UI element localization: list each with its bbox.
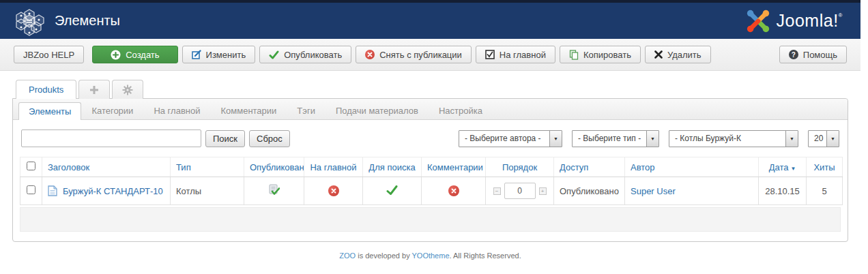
tab-produkts[interactable]: Produkts [16,80,76,99]
app-tabs: Produkts [12,80,848,99]
joomla-logo-text: Joomla!® [777,11,843,31]
chevron-down-icon: ▼ [549,131,562,147]
subtab-config[interactable]: Настройка [429,102,493,119]
app-settings-tab[interactable] [112,80,143,99]
checkbox-checked-icon [485,50,495,59]
select-all-checkbox[interactable] [27,162,35,170]
page-title: Элементы [55,13,120,29]
item-hits: 5 [807,177,843,205]
item-date: 28.10.15 [759,177,807,205]
green-check-icon [269,50,279,59]
create-button[interactable]: Создать [92,46,177,63]
plus-circle-icon [111,50,121,60]
items-panel: Элементы Категории На главной Комментари… [12,98,848,242]
sort-published[interactable]: Опубликовано [250,162,304,172]
limit-select[interactable]: 20 ▼ [808,130,839,147]
subtabs: Элементы Категории На главной Комментари… [13,99,848,120]
item-access: Опубликовано [554,177,625,205]
frontpage-button[interactable]: На главной [476,46,555,63]
sort-access[interactable]: Доступ [560,162,588,172]
sort-frontpage[interactable]: На главной [310,162,356,172]
order-increase-icon[interactable]: + [539,187,547,195]
copy-pages-icon [569,50,579,60]
row-checkbox[interactable] [27,185,35,194]
frontpage-off-icon[interactable] [328,185,339,196]
order-decrease-icon[interactable]: − [493,187,501,195]
joomla-x-icon [745,8,771,34]
panel-body: Поиск Сброс - Выберите автора - ▼ - Выбе… [13,120,848,241]
comments-off-icon[interactable] [448,185,459,196]
item-title-link[interactable]: Буржуй-К СТАНДАРТ-10 [63,186,163,196]
footer: ZOO is developed by YOOtheme. All Rights… [12,252,848,260]
zoo-link[interactable]: ZOO [339,252,356,260]
sort-desc-icon: ▼ [790,166,796,172]
subtab-comments[interactable]: Комментарии [210,102,287,119]
chevron-down-icon: ▼ [646,131,659,147]
search-input[interactable] [21,130,201,147]
zoo-hexagon-logo-icon [14,5,45,37]
footer-text: is developed by [356,252,411,260]
footer-text-end: . All Rights Reserved. [450,252,521,260]
red-circle-x-icon [365,50,375,59]
published-status-icon[interactable] [268,184,280,196]
sort-order[interactable]: Порядок [502,162,537,172]
main-content: Produkts [0,71,860,260]
items-table: Заголовок Тип Опубликовано На главной Дл… [20,157,843,205]
sort-date[interactable]: Дата [769,162,789,172]
subtab-categories[interactable]: Категории [81,102,143,119]
author-filter-select[interactable]: - Выберите автора - ▼ [459,130,562,147]
document-icon [48,185,57,196]
page: Элементы Joomla!® JBZoo HELP [0,0,860,260]
chevron-down-icon: ▼ [826,131,839,147]
question-circle-icon: ? [789,50,798,59]
edit-button[interactable]: Изменить [182,46,256,63]
item-author-link[interactable]: Super User [631,186,676,196]
sort-author[interactable]: Автор [631,162,655,172]
table-header-row: Заголовок Тип Опубликовано На главной Дл… [20,157,843,177]
sort-hits[interactable]: Хиты [813,162,835,172]
reset-button[interactable]: Сброс [249,130,290,147]
navbar-left: Элементы [14,5,120,37]
joomla-logo: Joomla!® [745,8,843,34]
edit-pencil-icon [192,50,201,59]
filter-selects: - Выберите автора - ▼ - Выберите тип - ▼… [459,130,839,147]
subtab-elements[interactable]: Элементы [18,102,81,120]
plus-icon [89,85,100,95]
pagination-area [20,207,841,232]
delete-button[interactable]: Удалить [645,46,711,63]
copy-button[interactable]: Копировать [560,46,641,63]
searchable-on-icon[interactable] [386,185,398,195]
subtab-submissions[interactable]: Подачи материалов [326,102,429,119]
table-row: Буржуй-К СТАНДАРТ-10 Котлы [20,177,843,205]
search-button[interactable]: Поиск [205,130,245,147]
sort-comments[interactable]: Комментарии [427,162,483,172]
add-app-tab[interactable] [78,80,110,99]
item-type: Котлы [171,177,244,205]
unpublish-button[interactable]: Снять с публикации [356,46,472,63]
filter-row: Поиск Сброс - Выберите автора - ▼ - Выбе… [21,130,839,147]
black-x-icon [654,50,663,59]
sort-title[interactable]: Заголовок [48,162,89,172]
toolbar: JBZoo HELP Создать Изменить Опубликовать… [0,39,860,71]
gear-icon [122,85,133,95]
navbar: Элементы Joomla!® [0,3,860,39]
type-filter-select[interactable]: - Выберите тип - ▼ [572,130,659,147]
subtab-tags[interactable]: Тэги [287,102,326,119]
yootheme-link[interactable]: YOOtheme [412,252,450,260]
jbzoo-help-button[interactable]: JBZoo HELP [14,46,84,63]
order-input[interactable] [504,183,536,199]
sort-type[interactable]: Тип [176,162,191,172]
help-button[interactable]: ? Помощь [779,46,847,63]
publish-button[interactable]: Опубликовать [259,46,351,63]
registered-mark: ® [839,12,843,18]
subtab-frontpage[interactable]: На главной [143,102,210,119]
chevron-down-icon: ▼ [785,131,798,147]
sort-searchable[interactable]: Для поиска [368,162,415,172]
category-filter-select[interactable]: - Котлы Буржуй-К ▼ [669,130,798,147]
